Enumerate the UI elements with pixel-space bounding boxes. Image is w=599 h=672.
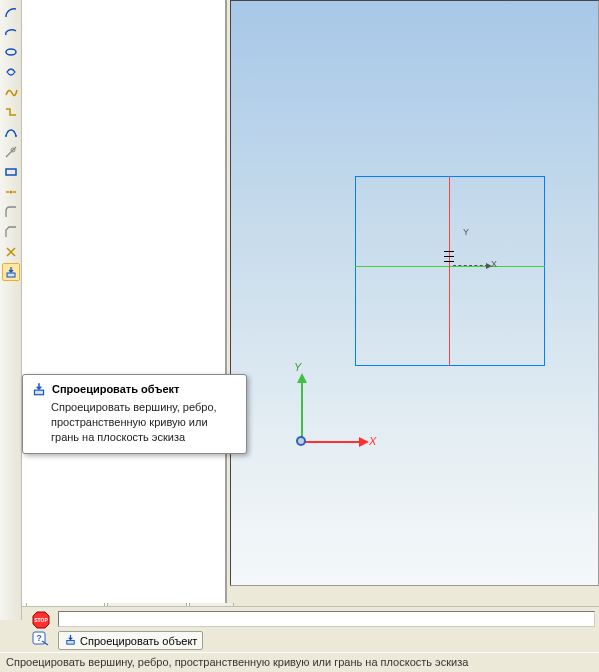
project-button-label: Спроецировать объект (80, 635, 197, 647)
csys-y-label: Y (294, 361, 301, 373)
stop-icon[interactable]: STOP (32, 611, 50, 629)
status-bar: Спроецировать вершину, ребро, пространст… (0, 652, 599, 672)
left-toolbar (0, 0, 22, 620)
tree-panel: Построение Исполнения Зоны (22, 0, 227, 620)
ellipse-icon[interactable] (2, 43, 20, 61)
tooltip-description: Спроецировать вершину, ребро, пространст… (31, 400, 238, 445)
tooltip: Спроецировать объект Спроецировать верши… (22, 374, 247, 454)
project-icon (64, 633, 77, 648)
break-curve-icon[interactable] (2, 183, 20, 201)
project-object-button[interactable]: Спроецировать объект (58, 631, 203, 650)
status-text: Спроецировать вершину, ребро, пространст… (6, 656, 468, 668)
csys-x-label: X (369, 435, 376, 447)
svg-rect-4 (6, 169, 16, 175)
svg-text:STOP: STOP (34, 617, 48, 623)
local-y-label: Y (463, 227, 469, 237)
viewport-3d[interactable]: X Y X Y (230, 0, 599, 586)
svg-point-1 (5, 135, 7, 137)
svg-text:?: ? (36, 633, 42, 643)
svg-point-5 (9, 191, 12, 194)
local-x-label: X (491, 259, 497, 269)
sketch-boundary (355, 176, 545, 366)
help-icon[interactable]: ? (32, 631, 50, 647)
message-input[interactable] (58, 611, 595, 627)
tooltip-title-text: Спроецировать объект (52, 383, 179, 395)
ellipse-partial-icon[interactable] (2, 23, 20, 41)
project-icon (31, 381, 47, 397)
fillet-icon[interactable] (2, 203, 20, 221)
rectangle-icon[interactable] (2, 163, 20, 181)
polyline-icon[interactable] (2, 103, 20, 121)
command-bar-area: STOP ? Спроецировать объект (22, 606, 599, 652)
sketch-x-axis (355, 266, 545, 267)
svg-rect-12 (67, 640, 74, 644)
collect-icon[interactable] (2, 243, 20, 261)
local-x-arrow (453, 265, 488, 267)
csys-origin (296, 436, 306, 446)
spline-closed-icon[interactable] (2, 63, 20, 81)
svg-rect-6 (7, 273, 15, 277)
csys-x-axis (301, 441, 361, 443)
cursor-crosshair (444, 256, 454, 257)
arc-icon[interactable] (2, 3, 20, 21)
line-tangent-icon[interactable] (2, 143, 20, 161)
spline-icon[interactable] (2, 83, 20, 101)
svg-rect-7 (34, 390, 43, 395)
bezier-icon[interactable] (2, 123, 20, 141)
chamfer-icon[interactable] (2, 223, 20, 241)
csys-y-axis (301, 381, 303, 441)
svg-point-2 (15, 135, 17, 137)
svg-point-0 (6, 49, 16, 55)
project-icon[interactable] (2, 263, 20, 281)
sketch-y-axis (449, 176, 450, 366)
